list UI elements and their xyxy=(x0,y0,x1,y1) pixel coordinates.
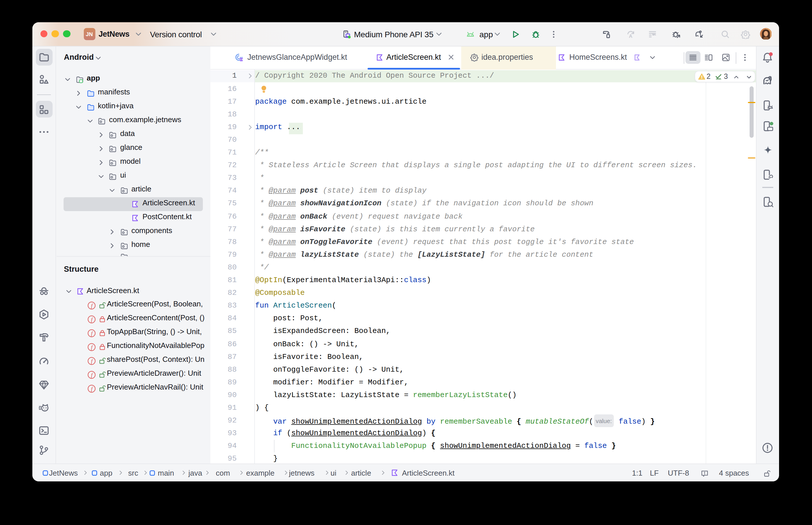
svg-text:f: f xyxy=(91,316,93,322)
svg-text:f: f xyxy=(91,330,93,336)
svg-text:A: A xyxy=(629,33,632,39)
svg-text:f: f xyxy=(91,344,93,350)
svg-text:f: f xyxy=(91,358,93,364)
svg-text:f: f xyxy=(91,385,93,392)
svg-text:f: f xyxy=(91,302,93,309)
svg-text:f: f xyxy=(91,371,93,378)
